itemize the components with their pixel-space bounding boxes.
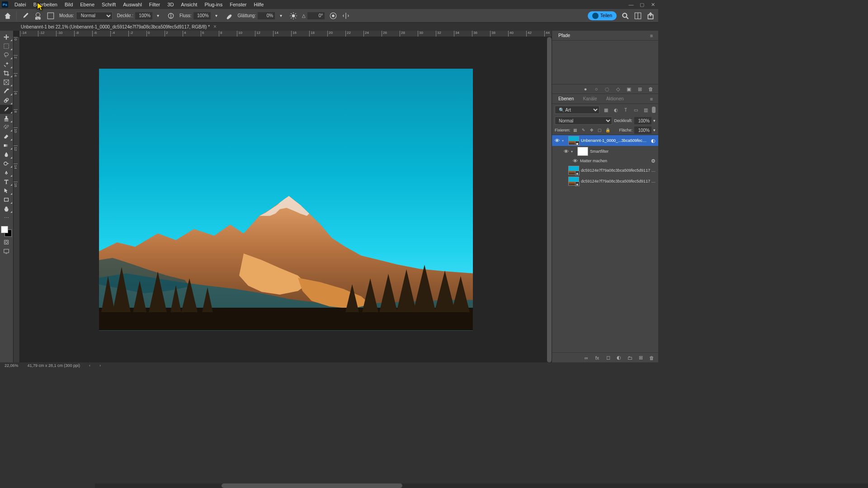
- adjustment-layer-icon[interactable]: ◐: [616, 355, 622, 361]
- delete-layer-icon[interactable]: 🗑: [648, 355, 655, 361]
- lock-image-icon[interactable]: ✎: [580, 127, 587, 133]
- stamp-tool[interactable]: [0, 114, 13, 123]
- menu-bild[interactable]: Bild: [61, 1, 76, 8]
- menu-ebene[interactable]: Ebene: [76, 1, 98, 8]
- brush-tool-icon[interactable]: [21, 12, 29, 20]
- menu-schrift[interactable]: Schrift: [98, 1, 119, 8]
- maximize-button[interactable]: ▢: [638, 1, 646, 8]
- vertical-scrollbar[interactable]: [547, 37, 552, 362]
- type-tool[interactable]: [0, 177, 13, 186]
- layer-mask-icon[interactable]: ◻: [605, 355, 611, 361]
- lock-transparent-icon[interactable]: ▦: [572, 127, 579, 133]
- menu-plugins[interactable]: Plug-ins: [201, 1, 226, 8]
- layer-style-icon[interactable]: fx: [594, 355, 600, 361]
- layer-name[interactable]: dc59124e7f79a08c3bca509fec5d9117 Kopie 2: [581, 179, 656, 183]
- healing-tool[interactable]: [0, 96, 13, 105]
- canvas-viewport[interactable]: [20, 37, 552, 362]
- document-tab[interactable]: Unbenannt-1 bei 22,1% (Unbenannt-1_0000_…: [16, 23, 221, 31]
- filter-settings-icon[interactable]: ⚙: [650, 158, 656, 164]
- tab-kanaele[interactable]: Kanäle: [580, 94, 599, 103]
- layer-group-icon[interactable]: 🗀: [627, 355, 633, 361]
- filter-smart-icon[interactable]: ▥: [642, 106, 649, 113]
- pressure-size-icon[interactable]: [329, 12, 337, 20]
- move-tool[interactable]: [0, 33, 13, 42]
- menu-datei[interactable]: Datei: [11, 1, 30, 8]
- new-layer-icon[interactable]: ⊞: [637, 355, 644, 361]
- smoothing-settings-icon[interactable]: [289, 12, 297, 20]
- status-nav-prev[interactable]: ‹: [89, 363, 90, 368]
- layer-row[interactable]: 👁 ▾ Smartfilter: [552, 146, 658, 157]
- close-tab-icon[interactable]: ×: [213, 23, 217, 30]
- lock-artboard-icon[interactable]: ▢: [597, 127, 603, 133]
- marquee-tool[interactable]: [0, 42, 13, 51]
- menu-hilfe[interactable]: Hilfe: [250, 1, 267, 8]
- layer-opacity-input[interactable]: [634, 117, 651, 124]
- home-icon[interactable]: [4, 12, 12, 20]
- chevron-down-icon[interactable]: ▾: [154, 12, 162, 20]
- scrollbar-thumb[interactable]: [547, 37, 552, 362]
- search-icon[interactable]: [621, 12, 629, 20]
- airbrush-icon[interactable]: [225, 12, 233, 20]
- screen-mode-tool[interactable]: [0, 247, 13, 256]
- visibility-toggle[interactable]: 👁: [563, 148, 569, 155]
- new-path-icon[interactable]: ⊞: [637, 86, 643, 92]
- chevron-down-icon[interactable]: ▾: [277, 12, 285, 20]
- foreground-color[interactable]: [1, 226, 8, 233]
- expand-arrow-icon[interactable]: ▾: [571, 150, 576, 154]
- lasso-tool[interactable]: [0, 51, 13, 60]
- minimize-button[interactable]: —: [627, 1, 635, 8]
- brush-preset-icon[interactable]: 876: [34, 12, 42, 20]
- layer-thumb[interactable]: ▣: [568, 177, 579, 186]
- fluss-input[interactable]: [193, 12, 211, 19]
- modus-select[interactable]: Normal: [76, 12, 113, 20]
- gradient-tool[interactable]: [0, 141, 13, 150]
- layer-filter-select[interactable]: 🔍 Art: [555, 106, 599, 114]
- glaettung-input[interactable]: [258, 12, 275, 19]
- history-brush-tool[interactable]: [0, 123, 13, 132]
- chevron-down-icon[interactable]: ▾: [212, 12, 221, 20]
- layer-row[interactable]: ▣ dc59124e7f79a08c3bca509fec5d9117 Kopie…: [552, 165, 658, 176]
- smartfilter-item[interactable]: Matter machen: [580, 159, 648, 163]
- filter-pixel-icon[interactable]: ▦: [602, 106, 609, 113]
- document-canvas[interactable]: [99, 69, 473, 331]
- eraser-tool[interactable]: [0, 132, 13, 141]
- filter-type-icon[interactable]: T: [622, 106, 629, 113]
- chevron-down-icon[interactable]: ▾: [653, 128, 656, 132]
- stroke-path-icon[interactable]: ○: [593, 86, 599, 92]
- status-nav-next[interactable]: ›: [99, 363, 101, 368]
- menu-ansicht[interactable]: Ansicht: [177, 1, 201, 8]
- frame-tool[interactable]: [0, 78, 13, 87]
- layer-thumb[interactable]: ▣: [568, 136, 579, 145]
- visibility-toggle[interactable]: [554, 178, 560, 184]
- close-button[interactable]: ✕: [649, 1, 656, 8]
- hand-tool[interactable]: [0, 204, 13, 213]
- lock-position-icon[interactable]: ✥: [589, 127, 595, 133]
- ruler-horizontal[interactable]: -14 -12 -10 -8 -6 -4 -2 0 2 4 6 8 10 12 …: [20, 31, 552, 37]
- more-tools[interactable]: ⋯: [0, 213, 13, 222]
- export-icon[interactable]: [646, 12, 655, 20]
- layer-name[interactable]: Unbenannt-1_0000_...3bca509fec5d9117: [581, 138, 648, 143]
- deckkraft-input[interactable]: [135, 12, 152, 19]
- visibility-toggle[interactable]: 👁: [554, 137, 560, 144]
- fill-input[interactable]: [634, 127, 651, 134]
- arrange-icon[interactable]: [634, 12, 642, 20]
- tab-aktionen[interactable]: Aktionen: [604, 94, 627, 103]
- panel-menu-icon[interactable]: ≡: [648, 33, 655, 39]
- menu-bearbeiten[interactable]: Bearbeiten: [30, 1, 61, 8]
- filter-shape-icon[interactable]: ▭: [632, 106, 639, 113]
- dodge-tool[interactable]: [0, 159, 13, 168]
- layer-row[interactable]: 👁 ▾ ▣ Unbenannt-1_0000_...3bca509fec5d91…: [552, 135, 658, 146]
- menu-fenster[interactable]: Fenster: [226, 1, 250, 8]
- layer-row[interactable]: 👁 Matter machen ⚙: [552, 157, 658, 165]
- expand-arrow-icon[interactable]: ▾: [562, 139, 566, 143]
- brush-panel-toggle-icon[interactable]: [47, 12, 55, 20]
- make-work-path-icon[interactable]: ◇: [615, 86, 621, 92]
- quick-mask-tool[interactable]: [0, 238, 13, 247]
- zoom-value[interactable]: 22,06%: [5, 363, 19, 368]
- ruler-vertical[interactable]: 0 2 4 6 8 10 12 14 16: [14, 37, 20, 362]
- pressure-opacity-icon[interactable]: [167, 12, 175, 20]
- visibility-toggle[interactable]: [554, 167, 560, 174]
- filter-toggle-icon[interactable]: [652, 107, 656, 113]
- path-to-selection-icon[interactable]: ◌: [604, 86, 610, 92]
- menu-3d[interactable]: 3D: [164, 1, 177, 8]
